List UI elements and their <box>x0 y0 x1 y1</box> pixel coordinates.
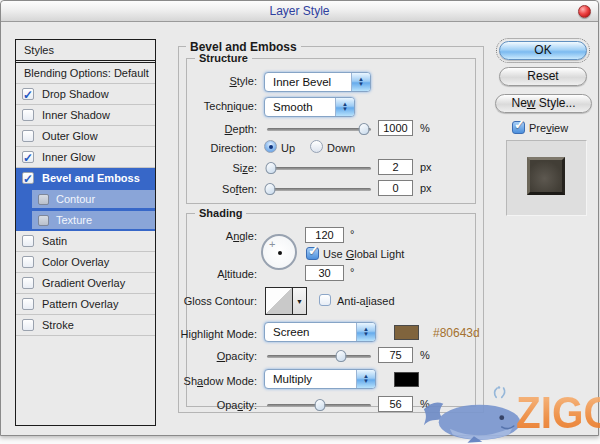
radio-dot <box>269 145 273 149</box>
close-button[interactable] <box>578 5 591 18</box>
slider-track[interactable] <box>267 128 371 131</box>
sidebar-item-label: Contour <box>56 190 95 209</box>
soften-slider[interactable] <box>267 183 371 196</box>
dial-center-dot <box>278 251 282 255</box>
bevel-emboss-checkbox[interactable]: ✓ <box>22 172 34 184</box>
depth-slider[interactable] <box>267 123 371 136</box>
use-global-light-label: Use Global Light <box>323 248 404 260</box>
sidebar-item-satin[interactable]: Satin <box>16 231 155 252</box>
sidebar-item-pattern-overlay[interactable]: Pattern Overlay <box>16 294 155 315</box>
shadow-color-swatch[interactable] <box>394 372 419 387</box>
sidebar-item-drop-shadow[interactable]: ✓ Drop Shadow <box>16 84 155 105</box>
shadow-opacity-thumb[interactable] <box>315 399 326 411</box>
whale-icon <box>422 384 524 444</box>
angle-dial[interactable]: + <box>261 234 297 270</box>
highlight-mode-dropdown[interactable]: Screen ▲▼ <box>264 322 376 342</box>
shadow-mode-value: Multiply <box>273 373 312 385</box>
style-value: Inner Bevel <box>273 76 331 88</box>
satin-checkbox[interactable] <box>22 235 34 247</box>
title-bar[interactable]: Layer Style <box>1 1 598 22</box>
stepper-icon[interactable]: ▲▼ <box>356 370 375 388</box>
drop-shadow-checkbox[interactable]: ✓ <box>22 88 34 100</box>
shadow-opacity-input[interactable]: 56 <box>378 396 413 412</box>
watermark: ZIGG <box>420 380 600 444</box>
texture-checkbox[interactable] <box>38 215 49 226</box>
outer-glow-checkbox[interactable] <box>22 130 34 142</box>
preview-checkbox[interactable]: ✓ <box>512 121 525 134</box>
inner-glow-checkbox[interactable]: ✓ <box>22 151 34 163</box>
sidebar-item-label: Satin <box>42 231 67 252</box>
sidebar-item-inner-shadow[interactable]: Inner Shadow <box>16 105 155 126</box>
shadow-mode-dropdown[interactable]: Multiply ▲▼ <box>264 369 376 389</box>
stroke-checkbox[interactable] <box>22 319 34 331</box>
size-slider-thumb[interactable] <box>266 162 277 174</box>
angle-unit: ° <box>350 228 354 240</box>
highlight-opacity-thumb[interactable] <box>335 350 346 362</box>
crosshair-icon: + <box>269 238 275 250</box>
structure-legend: Structure <box>195 52 252 64</box>
use-global-light-checkbox[interactable]: ✓ <box>306 247 319 260</box>
style-label: Style: <box>161 75 257 87</box>
sidebar-item-label: Bevel and Emboss <box>42 168 140 189</box>
direction-up-radio[interactable] <box>264 140 277 153</box>
technique-dropdown[interactable]: Smooth ▲▼ <box>264 97 355 117</box>
stepper-icon[interactable]: ▲▼ <box>351 73 370 91</box>
depth-slider-thumb[interactable] <box>358 123 369 135</box>
gloss-contour-thumbnail[interactable] <box>265 287 293 315</box>
slider-track[interactable] <box>267 355 371 358</box>
soften-slider-thumb[interactable] <box>265 183 276 195</box>
sidebar-item-inner-glow[interactable]: ✓ Inner Glow <box>16 147 155 168</box>
inner-shadow-checkbox[interactable] <box>22 109 34 121</box>
style-dropdown[interactable]: Inner Bevel ▲▼ <box>264 72 371 92</box>
sidebar-item-color-overlay[interactable]: Color Overlay <box>16 252 155 273</box>
sidebar-item-blending-options[interactable]: Blending Options: Default <box>16 63 155 84</box>
direction-label: Direction: <box>161 142 257 154</box>
highlight-opacity-unit: % <box>420 349 430 361</box>
angle-input[interactable]: 120 <box>305 227 344 243</box>
depth-label: Depth: <box>161 123 257 135</box>
gloss-contour-dropdown-icon[interactable]: ▼ <box>293 287 307 315</box>
anti-aliased-checkbox[interactable] <box>319 294 331 306</box>
gradient-overlay-checkbox[interactable] <box>22 277 34 289</box>
slider-track[interactable] <box>267 188 371 191</box>
sidebar-item-label: Gradient Overlay <box>42 273 125 294</box>
sidebar-item-texture[interactable]: Texture <box>16 210 155 231</box>
ok-button[interactable]: OK <box>499 41 587 60</box>
sidebar-item-outer-glow[interactable]: Outer Glow <box>16 126 155 147</box>
pattern-overlay-checkbox[interactable] <box>22 298 34 310</box>
shadow-mode-label: Shadow Mode: <box>161 375 257 387</box>
sidebar-item-label: Pattern Overlay <box>42 294 118 315</box>
direction-down-radio[interactable] <box>310 140 323 153</box>
new-style-button[interactable]: New Style... <box>495 94 592 113</box>
highlight-mode-value: Screen <box>273 326 309 338</box>
style-preview-swatch <box>527 157 565 195</box>
soften-input[interactable]: 0 <box>378 180 413 196</box>
highlight-opacity-input[interactable]: 75 <box>378 347 413 363</box>
contour-checkbox[interactable] <box>38 194 49 205</box>
altitude-input[interactable]: 30 <box>305 265 344 281</box>
stepper-icon[interactable]: ▲▼ <box>356 323 375 341</box>
sidebar-item-stroke[interactable]: Stroke <box>16 315 155 336</box>
sidebar-item-contour[interactable]: Contour <box>16 189 155 210</box>
depth-input[interactable]: 1000 <box>378 120 413 136</box>
shading-legend: Shading <box>195 207 246 219</box>
highlight-color-swatch[interactable] <box>394 325 419 340</box>
highlight-opacity-slider[interactable] <box>267 350 371 363</box>
sidebar-item-gradient-overlay[interactable]: Gradient Overlay <box>16 273 155 294</box>
shadow-opacity-slider[interactable] <box>267 399 371 412</box>
layer-style-screenshot: Layer Style Styles Blending Options: Def… <box>0 0 600 444</box>
sidebar-item-label: Blending Options: Default <box>24 63 149 84</box>
color-overlay-checkbox[interactable] <box>22 256 34 268</box>
check-icon: ✓ <box>23 85 33 106</box>
altitude-unit: ° <box>350 266 354 278</box>
stepper-icon[interactable]: ▲▼ <box>335 98 354 116</box>
size-slider[interactable] <box>267 162 371 175</box>
slider-track[interactable] <box>267 167 371 170</box>
altitude-label: Altitude: <box>161 268 257 280</box>
check-icon: ✓ <box>23 169 33 190</box>
reset-button[interactable]: Reset <box>499 67 587 86</box>
technique-label: Technique: <box>161 100 257 112</box>
gloss-contour-label: Gloss Contour: <box>161 295 257 307</box>
size-input[interactable]: 2 <box>378 159 413 175</box>
sidebar-item-bevel-and-emboss[interactable]: ✓ Bevel and Emboss <box>16 168 155 189</box>
